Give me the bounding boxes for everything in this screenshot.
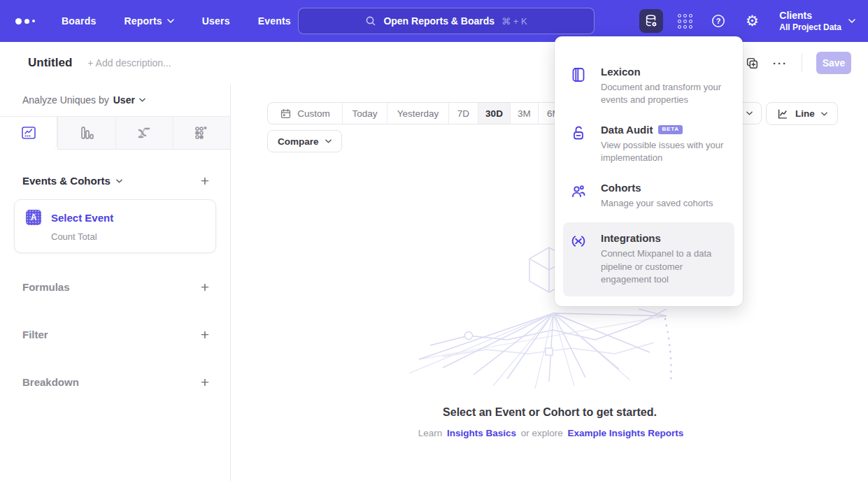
chart-type-label: Line: [795, 108, 815, 119]
menu-item-description: Connect Mixpanel to a data pipeline or c…: [601, 247, 727, 286]
menu-item-description: View possible issues with your implement…: [601, 139, 729, 165]
analyze-by-dropdown[interactable]: User: [113, 94, 145, 106]
menu-item-description: Manage your saved cohorts: [601, 197, 713, 210]
tab-insights-line[interactable]: [0, 117, 57, 150]
date-range-30d[interactable]: 30D: [478, 103, 510, 124]
menu-item-integrations[interactable]: Integrations Connect Mixpanel to a data …: [563, 222, 734, 296]
add-description-field[interactable]: + Add description...: [87, 57, 171, 69]
date-range-label: 7D: [457, 108, 469, 119]
add-formula-button[interactable]: +: [201, 280, 209, 294]
top-nav: Boards Reports Users Events Open Reports…: [0, 0, 868, 42]
filter-header: Filter: [22, 329, 48, 340]
menu-item-title: Lexicon: [601, 66, 641, 78]
search-shortcut: ⌘ + K: [501, 16, 527, 27]
menu-item-description: Document and transform your events and p…: [601, 81, 729, 107]
add-event-button[interactable]: +: [201, 173, 209, 188]
project-switcher[interactable]: Clients All Project Data: [779, 10, 855, 32]
learn-prefix: Learn: [418, 428, 443, 438]
chevron-down-icon: [325, 139, 332, 143]
settings-button[interactable]: ⚙: [740, 9, 764, 33]
compare-label: Compare: [278, 136, 319, 147]
count-total-dropdown[interactable]: Count Total: [51, 231, 204, 242]
data-management-menu: Lexicon Document and transform your even…: [555, 36, 743, 306]
mixpanel-logo-icon[interactable]: [15, 18, 35, 24]
nav-item-reports[interactable]: Reports: [124, 15, 173, 27]
svg-text:?: ?: [716, 17, 721, 25]
audit-lock-icon: [570, 124, 588, 165]
book-icon: [570, 66, 588, 107]
report-canvas: Custom Today Yesterday 7D 30D 3M 6M Comp…: [232, 84, 868, 481]
project-name: All Project Data: [779, 22, 841, 32]
nav-item-label: Events: [258, 15, 291, 27]
chevron-down-icon: [116, 179, 122, 183]
compare-dropdown[interactable]: Compare: [267, 130, 342, 152]
analyze-value: User: [113, 94, 135, 106]
date-range-3m[interactable]: 3M: [510, 103, 538, 124]
date-range-label: Yesterday: [397, 108, 439, 119]
date-range-label: Custom: [297, 108, 330, 119]
report-title[interactable]: Untitled: [28, 56, 72, 70]
event-series-badge: A: [26, 210, 41, 225]
select-event-label[interactable]: Select Event: [51, 212, 113, 224]
beta-badge: BETA: [658, 125, 682, 134]
menu-item-title: Integrations: [601, 232, 661, 244]
line-chart-tab-icon: [20, 124, 37, 141]
add-breakdown-button[interactable]: +: [201, 375, 209, 389]
apps-grid-icon: [678, 14, 692, 29]
toolbar-divider: [802, 54, 802, 72]
chevron-down-icon: [139, 98, 145, 102]
nav-item-boards[interactable]: Boards: [62, 15, 96, 27]
database-gear-icon: [643, 13, 659, 29]
duplicate-icon: [745, 56, 759, 70]
chevron-down-icon: [167, 19, 174, 23]
date-range-label: 3M: [518, 108, 531, 119]
insights-report-page: Boards Reports Users Events Open Reports…: [0, 0, 868, 481]
chevron-down-icon: [821, 112, 827, 116]
search-icon: [365, 15, 376, 27]
help-button[interactable]: ?: [706, 9, 730, 33]
date-range-label: Today: [352, 108, 377, 119]
events-cohorts-header[interactable]: Events & Cohorts: [22, 175, 122, 187]
tab-bar-chart[interactable]: [57, 117, 115, 150]
nav-item-label: Reports: [124, 15, 162, 27]
example-reports-link[interactable]: Example Insights Reports: [568, 428, 684, 438]
menu-item-title: Data Audit: [601, 124, 653, 136]
date-range-control: Custom Today Yesterday 7D 30D 3M 6M: [267, 102, 569, 124]
duplicate-button[interactable]: [745, 56, 759, 70]
date-range-custom[interactable]: Custom: [268, 103, 342, 124]
breakdown-header: Breakdown: [22, 376, 79, 388]
cohorts-people-icon: [570, 182, 588, 210]
global-search-input[interactable]: Open Reports & Boards ⌘ + K: [298, 8, 595, 34]
add-filter-button[interactable]: +: [201, 327, 209, 342]
nav-item-label: Users: [202, 15, 230, 27]
menu-item-cohorts[interactable]: Cohorts Manage your saved cohorts: [555, 173, 743, 218]
date-range-label: 30D: [485, 108, 503, 119]
nav-item-users[interactable]: Users: [202, 15, 230, 27]
nav-item-label: Boards: [62, 15, 96, 27]
data-management-button[interactable]: [639, 9, 663, 33]
nav-item-events[interactable]: Events: [258, 15, 291, 27]
event-selector-card[interactable]: A Select Event Count Total: [14, 199, 216, 253]
apps-grid-button[interactable]: [673, 9, 697, 33]
chevron-down-icon: [848, 19, 855, 23]
flows-tab-icon: [136, 124, 152, 141]
empty-state-links: Learn Insights Basics or explore Example…: [232, 428, 868, 438]
tab-flows[interactable]: [115, 117, 173, 150]
middle-text: or explore: [521, 428, 563, 438]
date-range-7d[interactable]: 7D: [448, 103, 478, 124]
save-button[interactable]: Save: [816, 52, 851, 74]
tab-metrics[interactable]: [173, 117, 230, 150]
formulas-header: Formulas: [22, 281, 70, 293]
bar-chart-tab-icon: [78, 124, 95, 141]
more-options-button[interactable]: ···: [773, 57, 788, 69]
date-range-yesterday[interactable]: Yesterday: [387, 103, 448, 124]
org-name: Clients: [779, 10, 841, 21]
events-cohorts-label: Events & Cohorts: [22, 175, 111, 187]
menu-item-lexicon[interactable]: Lexicon Document and transform your even…: [555, 57, 743, 115]
chevron-down-icon: [746, 111, 753, 115]
insights-basics-link[interactable]: Insights Basics: [447, 428, 516, 438]
chart-type-dropdown[interactable]: Line: [766, 102, 838, 125]
date-range-today[interactable]: Today: [342, 103, 387, 124]
empty-state-title: Select an Event or Cohort to get started…: [232, 406, 868, 419]
menu-item-data-audit[interactable]: Data Audit BETA View possible issues wit…: [555, 115, 743, 173]
